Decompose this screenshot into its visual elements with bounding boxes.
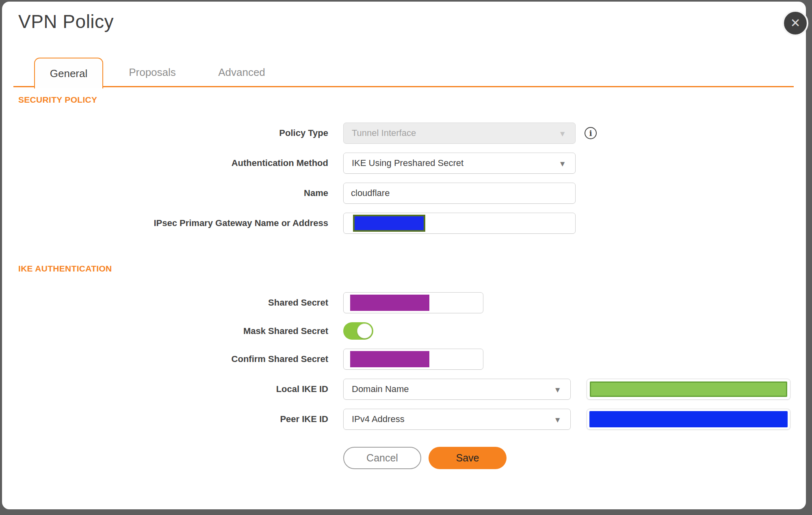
chevron-down-icon: ▼: [554, 416, 561, 424]
row-confirm-shared-secret: Confirm Shared Secret: [2, 349, 806, 370]
policy-type-select: Tunnel Interface ▼: [343, 123, 576, 144]
chevron-down-icon: ▼: [559, 159, 566, 168]
chevron-down-icon: ▼: [554, 386, 561, 394]
tab-proposals-label: Proposals: [129, 66, 176, 79]
tab-advanced-label: Advanced: [218, 66, 265, 79]
peer-ike-id-value-input[interactable]: [587, 409, 790, 430]
row-mask-shared-secret: Mask Shared Secret: [2, 322, 806, 340]
cancel-button[interactable]: Cancel: [343, 447, 421, 469]
redaction-block-gateway: [353, 215, 425, 232]
ipsec-gateway-label: IPsec Primary Gateway Name or Address: [2, 218, 343, 228]
shared-secret-label: Shared Secret: [2, 297, 343, 308]
local-ike-id-label: Local IKE ID: [2, 384, 343, 394]
vpn-policy-dialog: VPN Policy ✕ General Proposals Advanced …: [2, 2, 806, 509]
row-ipsec-gateway: IPsec Primary Gateway Name or Address: [2, 213, 806, 234]
local-ike-id-value-input[interactable]: [587, 379, 790, 400]
info-icon[interactable]: i: [585, 127, 597, 139]
authentication-method-value: IKE Using Preshared Secret: [352, 158, 463, 168]
save-button[interactable]: Save: [429, 447, 507, 469]
row-local-ike-id: Local IKE ID Domain Name ▼: [2, 379, 806, 400]
local-ike-id-value: Domain Name: [352, 384, 409, 394]
page-title: VPN Policy: [18, 11, 114, 32]
tab-bar: General Proposals Advanced: [2, 56, 806, 87]
redaction-block-local-ike: [590, 381, 787, 397]
tab-proposals[interactable]: Proposals: [118, 58, 187, 87]
name-input[interactable]: [343, 183, 576, 204]
row-shared-secret: Shared Secret: [2, 292, 806, 313]
peer-ike-id-select[interactable]: IPv4 Address ▼: [343, 409, 571, 430]
row-policy-type: Policy Type Tunnel Interface ▼ i: [2, 123, 806, 144]
authentication-method-label: Authentication Method: [2, 158, 343, 168]
redaction-block-confirm-secret: [350, 351, 429, 367]
mask-shared-secret-label: Mask Shared Secret: [2, 326, 343, 336]
peer-ike-id-label: Peer IKE ID: [2, 414, 343, 424]
confirm-shared-secret-label: Confirm Shared Secret: [2, 354, 343, 364]
tab-advanced[interactable]: Advanced: [207, 58, 276, 87]
mask-shared-secret-toggle[interactable]: [343, 322, 373, 340]
row-authentication-method: Authentication Method IKE Using Preshare…: [2, 153, 806, 174]
policy-type-value: Tunnel Interface: [352, 128, 416, 138]
section-heading-security-policy: SECURITY POLICY: [2, 95, 806, 105]
redaction-block-shared-secret: [350, 295, 429, 311]
peer-ike-id-value: IPv4 Address: [352, 414, 405, 424]
row-name: Name: [2, 183, 806, 204]
local-ike-id-select[interactable]: Domain Name ▼: [343, 379, 571, 400]
authentication-method-select[interactable]: IKE Using Preshared Secret ▼: [343, 153, 576, 174]
close-button[interactable]: ✕: [782, 10, 808, 36]
policy-type-label: Policy Type: [2, 128, 343, 138]
close-icon: ✕: [790, 17, 800, 29]
toggle-knob: [357, 323, 372, 338]
name-label: Name: [2, 188, 343, 198]
tab-general-label: General: [50, 67, 88, 80]
chevron-down-icon: ▼: [559, 129, 566, 138]
tab-general[interactable]: General: [34, 58, 103, 88]
section-heading-ike-authentication: IKE AUTHENTICATION: [2, 264, 806, 274]
button-row: Cancel Save: [343, 447, 806, 469]
row-peer-ike-id: Peer IKE ID IPv4 Address ▼: [2, 409, 806, 430]
redaction-block-peer-ike: [589, 411, 788, 427]
